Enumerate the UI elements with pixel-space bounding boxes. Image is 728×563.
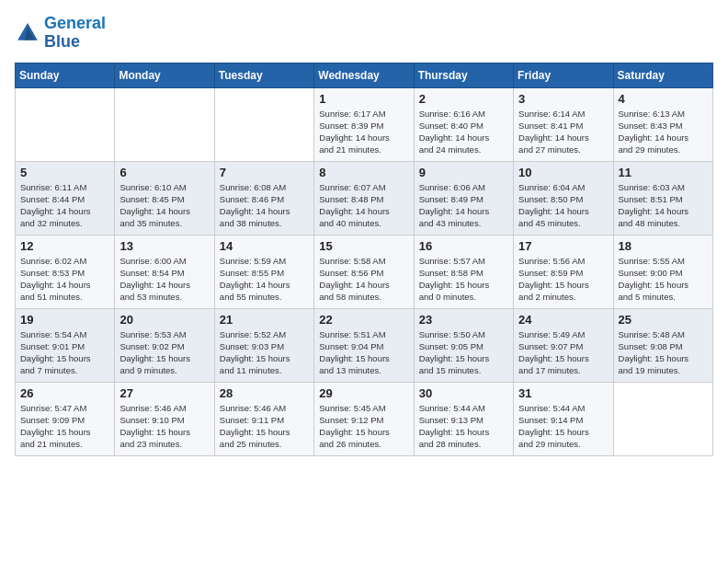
cell-info: Sunrise: 5:48 AM Sunset: 9:08 PM Dayligh… bbox=[619, 328, 708, 377]
calendar-table: SundayMondayTuesdayWednesdayThursdayFrid… bbox=[15, 63, 713, 456]
calendar-cell: 8Sunrise: 6:07 AM Sunset: 8:48 PM Daylig… bbox=[314, 161, 414, 235]
calendar-cell: 18Sunrise: 5:55 AM Sunset: 9:00 PM Dayli… bbox=[613, 235, 712, 308]
calendar-cell: 7Sunrise: 6:08 AM Sunset: 8:46 PM Daylig… bbox=[214, 161, 313, 235]
cell-info: Sunrise: 5:50 AM Sunset: 9:05 PM Dayligh… bbox=[419, 328, 508, 377]
calendar-cell: 4Sunrise: 6:13 AM Sunset: 8:43 PM Daylig… bbox=[613, 87, 712, 161]
week-row: 1Sunrise: 6:17 AM Sunset: 8:39 PM Daylig… bbox=[16, 87, 713, 161]
cell-info: Sunrise: 5:53 AM Sunset: 9:02 PM Dayligh… bbox=[119, 328, 209, 377]
cell-info: Sunrise: 5:58 AM Sunset: 8:56 PM Dayligh… bbox=[319, 255, 408, 304]
day-number: 30 bbox=[419, 386, 508, 400]
cell-info: Sunrise: 5:47 AM Sunset: 9:09 PM Dayligh… bbox=[20, 402, 109, 451]
day-number: 2 bbox=[419, 92, 508, 106]
day-number: 19 bbox=[20, 313, 109, 327]
calendar-cell bbox=[214, 87, 313, 161]
day-number: 16 bbox=[419, 239, 508, 253]
day-number: 8 bbox=[319, 166, 408, 179]
logo-blue: Blue bbox=[44, 32, 80, 51]
calendar-cell: 25Sunrise: 5:48 AM Sunset: 9:08 PM Dayli… bbox=[613, 308, 712, 382]
day-number: 11 bbox=[619, 166, 708, 179]
calendar-cell: 15Sunrise: 5:58 AM Sunset: 8:56 PM Dayli… bbox=[314, 235, 414, 308]
logo-text: General Blue bbox=[44, 15, 106, 52]
calendar-cell: 3Sunrise: 6:14 AM Sunset: 8:41 PM Daylig… bbox=[514, 87, 613, 161]
week-row: 19Sunrise: 5:54 AM Sunset: 9:01 PM Dayli… bbox=[16, 308, 713, 382]
cell-info: Sunrise: 6:11 AM Sunset: 8:44 PM Dayligh… bbox=[20, 181, 109, 230]
cell-info: Sunrise: 5:46 AM Sunset: 9:11 PM Dayligh… bbox=[220, 402, 309, 451]
cell-info: Sunrise: 6:17 AM Sunset: 8:39 PM Dayligh… bbox=[319, 108, 408, 156]
day-number: 24 bbox=[518, 313, 608, 327]
calendar-cell: 5Sunrise: 6:11 AM Sunset: 8:44 PM Daylig… bbox=[16, 161, 115, 235]
cell-info: Sunrise: 6:08 AM Sunset: 8:46 PM Dayligh… bbox=[220, 181, 309, 230]
cell-info: Sunrise: 5:45 AM Sunset: 9:12 PM Dayligh… bbox=[319, 402, 408, 451]
day-number: 23 bbox=[419, 313, 508, 327]
logo-icon bbox=[15, 20, 40, 46]
cell-info: Sunrise: 6:16 AM Sunset: 8:40 PM Dayligh… bbox=[419, 108, 508, 156]
calendar-cell: 12Sunrise: 6:02 AM Sunset: 8:53 PM Dayli… bbox=[16, 235, 115, 308]
calendar-cell: 27Sunrise: 5:46 AM Sunset: 9:10 PM Dayli… bbox=[115, 382, 214, 455]
calendar-body: 1Sunrise: 6:17 AM Sunset: 8:39 PM Daylig… bbox=[16, 87, 713, 455]
day-number: 28 bbox=[220, 386, 309, 400]
logo-general: General bbox=[44, 14, 106, 32]
calendar-cell: 9Sunrise: 6:06 AM Sunset: 8:49 PM Daylig… bbox=[414, 161, 513, 235]
day-number: 26 bbox=[20, 386, 109, 400]
cell-info: Sunrise: 5:59 AM Sunset: 8:55 PM Dayligh… bbox=[220, 255, 309, 304]
cell-info: Sunrise: 5:51 AM Sunset: 9:04 PM Dayligh… bbox=[319, 328, 408, 377]
calendar-cell: 30Sunrise: 5:44 AM Sunset: 9:13 PM Dayli… bbox=[414, 382, 513, 455]
calendar-cell: 23Sunrise: 5:50 AM Sunset: 9:05 PM Dayli… bbox=[414, 308, 513, 382]
day-number: 21 bbox=[220, 313, 309, 327]
header-cell-tuesday: Tuesday bbox=[214, 63, 313, 87]
calendar-cell: 31Sunrise: 5:44 AM Sunset: 9:14 PM Dayli… bbox=[514, 382, 613, 455]
day-number: 18 bbox=[619, 239, 708, 253]
cell-info: Sunrise: 6:13 AM Sunset: 8:43 PM Dayligh… bbox=[619, 108, 708, 156]
header-cell-wednesday: Wednesday bbox=[314, 63, 414, 87]
calendar-cell: 22Sunrise: 5:51 AM Sunset: 9:04 PM Dayli… bbox=[314, 308, 414, 382]
day-number: 31 bbox=[518, 386, 608, 400]
day-number: 12 bbox=[20, 239, 109, 253]
calendar-cell: 13Sunrise: 6:00 AM Sunset: 8:54 PM Dayli… bbox=[115, 235, 214, 308]
calendar-cell bbox=[115, 87, 214, 161]
calendar-cell: 6Sunrise: 6:10 AM Sunset: 8:45 PM Daylig… bbox=[115, 161, 214, 235]
cell-info: Sunrise: 5:55 AM Sunset: 9:00 PM Dayligh… bbox=[619, 255, 708, 304]
calendar-cell: 26Sunrise: 5:47 AM Sunset: 9:09 PM Dayli… bbox=[16, 382, 115, 455]
cell-info: Sunrise: 5:49 AM Sunset: 9:07 PM Dayligh… bbox=[518, 328, 608, 377]
day-number: 10 bbox=[518, 166, 608, 179]
day-number: 5 bbox=[20, 166, 109, 179]
calendar-cell: 19Sunrise: 5:54 AM Sunset: 9:01 PM Dayli… bbox=[16, 308, 115, 382]
day-number: 14 bbox=[220, 239, 309, 253]
day-number: 9 bbox=[419, 166, 508, 179]
calendar-cell: 20Sunrise: 5:53 AM Sunset: 9:02 PM Dayli… bbox=[115, 308, 214, 382]
day-number: 25 bbox=[619, 313, 708, 327]
header-row: SundayMondayTuesdayWednesdayThursdayFrid… bbox=[16, 63, 713, 87]
day-number: 13 bbox=[119, 239, 209, 253]
calendar-cell: 2Sunrise: 6:16 AM Sunset: 8:40 PM Daylig… bbox=[414, 87, 513, 161]
header-cell-friday: Friday bbox=[514, 63, 613, 87]
cell-info: Sunrise: 6:00 AM Sunset: 8:54 PM Dayligh… bbox=[119, 255, 209, 304]
day-number: 6 bbox=[119, 166, 209, 179]
cell-info: Sunrise: 5:44 AM Sunset: 9:13 PM Dayligh… bbox=[419, 402, 508, 451]
header-cell-thursday: Thursday bbox=[414, 63, 513, 87]
calendar-cell: 28Sunrise: 5:46 AM Sunset: 9:11 PM Dayli… bbox=[214, 382, 313, 455]
cell-info: Sunrise: 6:03 AM Sunset: 8:51 PM Dayligh… bbox=[619, 181, 708, 230]
cell-info: Sunrise: 6:06 AM Sunset: 8:49 PM Dayligh… bbox=[419, 181, 508, 230]
cell-info: Sunrise: 6:14 AM Sunset: 8:41 PM Dayligh… bbox=[518, 108, 608, 156]
week-row: 26Sunrise: 5:47 AM Sunset: 9:09 PM Dayli… bbox=[16, 382, 713, 455]
day-number: 27 bbox=[119, 386, 209, 400]
calendar-cell: 16Sunrise: 5:57 AM Sunset: 8:58 PM Dayli… bbox=[414, 235, 513, 308]
day-number: 20 bbox=[119, 313, 209, 327]
cell-info: Sunrise: 5:44 AM Sunset: 9:14 PM Dayligh… bbox=[518, 402, 608, 451]
calendar-cell bbox=[613, 382, 712, 455]
calendar-cell: 11Sunrise: 6:03 AM Sunset: 8:51 PM Dayli… bbox=[613, 161, 712, 235]
calendar-header: SundayMondayTuesdayWednesdayThursdayFrid… bbox=[16, 63, 713, 87]
cell-info: Sunrise: 5:56 AM Sunset: 8:59 PM Dayligh… bbox=[518, 255, 608, 304]
cell-info: Sunrise: 5:54 AM Sunset: 9:01 PM Dayligh… bbox=[20, 328, 109, 377]
day-number: 3 bbox=[518, 92, 608, 106]
page-header: General Blue bbox=[15, 15, 713, 52]
header-cell-monday: Monday bbox=[115, 63, 214, 87]
day-number: 1 bbox=[319, 92, 408, 106]
day-number: 17 bbox=[518, 239, 608, 253]
calendar-cell: 14Sunrise: 5:59 AM Sunset: 8:55 PM Dayli… bbox=[214, 235, 313, 308]
calendar-cell: 17Sunrise: 5:56 AM Sunset: 8:59 PM Dayli… bbox=[514, 235, 613, 308]
cell-info: Sunrise: 5:57 AM Sunset: 8:58 PM Dayligh… bbox=[419, 255, 508, 304]
calendar-cell: 21Sunrise: 5:52 AM Sunset: 9:03 PM Dayli… bbox=[214, 308, 313, 382]
day-number: 7 bbox=[220, 166, 309, 179]
header-cell-sunday: Sunday bbox=[16, 63, 115, 87]
